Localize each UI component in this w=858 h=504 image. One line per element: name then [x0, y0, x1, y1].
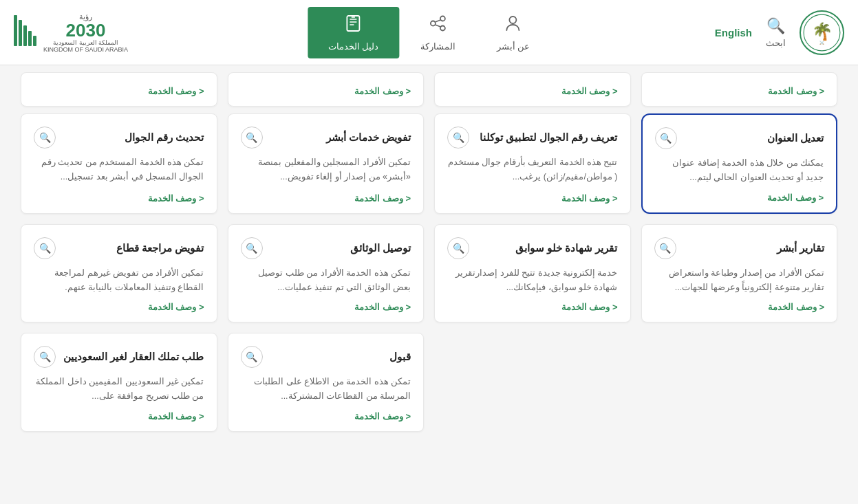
card-delegate-absher-title: تفويض خدمات أبشر [326, 131, 411, 144]
card-edit-address-desc: يمكنك من خلال هذه الخدمة إضافة عنوان جدي… [655, 156, 824, 186]
nav-about[interactable]: عن أبشر [476, 7, 551, 58]
card-no-criminal-desc: خدمة إلكترونية جديدة تتيح للفرد إصدارتقر… [447, 266, 618, 296]
partial-card-3: وصف الخدمة [228, 72, 425, 107]
partial-card-4: وصف الخدمة [21, 72, 217, 107]
card-mobile-reg-desc: تتيح هذه الخدمة التعريف بأرقام جوال مستخ… [447, 155, 618, 185]
card-no-criminal-link[interactable]: وصف الخدمة [447, 302, 618, 312]
card-delegate-sector-desc: تمكين الأفراد من تفويض غيرهم لمراجعة الق… [34, 266, 204, 296]
card-no-criminal: 🔍 تقرير شهادة خلو سوابق خدمة إلكترونية ج… [434, 224, 631, 323]
svg-text:⚔️: ⚔️ [819, 39, 824, 45]
card-update-mobile-header: 🔍 تحديث رقم الجوال [34, 127, 204, 149]
svg-line-8 [435, 25, 440, 27]
svg-point-4 [440, 16, 445, 21]
card-no-criminal-search[interactable]: 🔍 [447, 237, 469, 259]
card-update-mobile-search[interactable]: 🔍 [34, 127, 56, 149]
search-icon: 🔍 [766, 17, 785, 35]
card-mobile-reg-search[interactable]: 🔍 [447, 127, 469, 149]
english-link[interactable]: English [715, 27, 752, 39]
sharing-icon [428, 14, 447, 38]
main-content: وصف الخدمة وصف الخدمة وصف الخدمة وصف الخ… [0, 65, 858, 452]
svg-point-6 [440, 25, 445, 30]
card-acceptance-title: قبول [389, 351, 411, 363]
main-nav: عن أبشر المشاركة [308, 7, 550, 58]
vision-logo-area: رؤية 2030 المملكة العربية السعوديةKINGDO… [14, 12, 128, 53]
card-mobile-reg: 🔍 تعريف رقم الجوال لتطبيق توكلنا تتيح هذ… [434, 113, 631, 214]
saudi-logo: 🌴 ⚔️ [800, 10, 844, 55]
svg-point-5 [431, 21, 436, 25]
card-absher-reports-search[interactable]: 🔍 [654, 237, 676, 259]
card-real-estate-search[interactable]: 🔍 [34, 346, 56, 368]
card-edit-address-title: تعديل العنوان [767, 132, 824, 144]
about-icon [504, 14, 523, 38]
card-absher-reports-header: 🔍 تقارير أبشر [654, 237, 825, 259]
card-update-mobile-desc: تمكن هذه الخدمة المستخدم من تحديث رقم ال… [34, 155, 204, 185]
partial-link-3[interactable]: وصف الخدمة [241, 86, 411, 96]
card-acceptance-header: 🔍 قبول [241, 346, 411, 368]
svg-text:🌴: 🌴 [812, 21, 833, 41]
card-update-mobile: 🔍 تحديث رقم الجوال تمكن هذه الخدمة المست… [21, 113, 217, 214]
card-edit-address-header: 🔍 تعديل العنوان [655, 127, 824, 149]
partial-card-2: وصف الخدمة [434, 72, 631, 107]
card-deliver-docs-title: توصيل الوثائق [350, 242, 411, 254]
card-edit-address-search[interactable]: 🔍 [655, 127, 677, 149]
partial-link-2[interactable]: وصف الخدمة [447, 86, 618, 96]
card-delegate-sector-header: 🔍 تفويض مراجعة قطاع [34, 237, 204, 259]
card-real-estate-link[interactable]: وصف الخدمة [34, 411, 204, 421]
nav-sharing[interactable]: المشاركة [400, 7, 476, 58]
card-absher-reports: 🔍 تقارير أبشر تمكن الأفراد من إصدار وطبا… [641, 224, 838, 323]
vision-year: 2030 [43, 21, 128, 39]
card-delegate-absher: 🔍 تفويض خدمات أبشر تمكين الأفراد المسجلي… [228, 113, 425, 214]
card-delegate-sector-search[interactable]: 🔍 [34, 237, 56, 259]
card-no-criminal-title: تقرير شهادة خلو سوابق [515, 242, 618, 254]
partial-card-1: وصف الخدمة [641, 72, 838, 107]
partial-top-row: وصف الخدمة وصف الخدمة وصف الخدمة وصف الخ… [21, 72, 837, 107]
card-deliver-docs-link[interactable]: وصف الخدمة [241, 302, 411, 312]
services-row-1: 🔍 تعديل العنوان يمكنك من خلال هذه الخدمة… [21, 113, 837, 214]
svg-rect-9 [347, 16, 360, 31]
card-edit-address-link[interactable]: وصف الخدمة [655, 193, 824, 203]
nav-services-label: دليل الخدمات [328, 41, 379, 52]
absher-bars-icon [14, 19, 36, 46]
main-header: 🌴 ⚔️ 🔍 ابحث English عن أبشر [0, 0, 858, 65]
card-absher-reports-link[interactable]: وصف الخدمة [654, 302, 825, 312]
card-delegate-absher-link[interactable]: وصف الخدمة [241, 193, 411, 204]
card-acceptance-desc: تمكن هذه الخدمة من الاطلاع على الطلبات ا… [241, 375, 411, 404]
card-deliver-docs-search[interactable]: 🔍 [241, 237, 263, 259]
svg-line-7 [435, 20, 440, 22]
services-row-3: 🔍 قبول تمكن هذه الخدمة من الاطلاع على ال… [21, 333, 837, 432]
header-right: 🌴 ⚔️ 🔍 ابحث English [715, 10, 844, 55]
card-real-estate: 🔍 طلب تملك العقار لغير السعوديين تمكين غ… [21, 333, 217, 432]
card-acceptance-search[interactable]: 🔍 [241, 346, 263, 368]
card-delegate-sector: 🔍 تفويض مراجعة قطاع تمكين الأفراد من تفو… [21, 224, 217, 323]
card-edit-address: 🔍 تعديل العنوان يمكنك من خلال هذه الخدمة… [641, 113, 838, 214]
vision-country: المملكة العربية السعوديةKINGDOM OF SAUDI… [43, 39, 128, 53]
card-mobile-reg-link[interactable]: وصف الخدمة [447, 193, 618, 204]
card-absher-reports-title: تقارير أبشر [777, 242, 824, 254]
card-delegate-absher-header: 🔍 تفويض خدمات أبشر [241, 127, 411, 149]
card-delegate-sector-title: تفويض مراجعة قطاع [116, 242, 204, 254]
card-real-estate-title: طلب تملك العقار لغير السعوديين [63, 351, 204, 363]
card-update-mobile-title: تحديث رقم الجوال [125, 131, 204, 144]
card-delegate-absher-desc: تمكين الأفراد المسجلين والمفعلين بمنصة «… [241, 155, 411, 185]
search-label: ابحث [766, 38, 786, 48]
nav-services[interactable]: دليل الخدمات [308, 7, 400, 58]
card-acceptance: 🔍 قبول تمكن هذه الخدمة من الاطلاع على ال… [228, 333, 425, 432]
partial-link-1[interactable]: وصف الخدمة [654, 86, 825, 96]
partial-link-4[interactable]: وصف الخدمة [34, 86, 204, 96]
card-deliver-docs-desc: تمكن هذه الخدمة الأفراد من طلب توصيل بعض… [241, 266, 411, 296]
card-acceptance-link[interactable]: وصف الخدمة [241, 411, 411, 421]
card-deliver-docs: 🔍 توصيل الوثائق تمكن هذه الخدمة الأفراد … [228, 224, 425, 323]
card-update-mobile-link[interactable]: وصف الخدمة [34, 193, 204, 204]
svg-point-3 [510, 17, 517, 23]
card-delegate-absher-search[interactable]: 🔍 [241, 127, 263, 149]
card-mobile-reg-title: تعريف رقم الجوال لتطبيق توكلنا [480, 131, 618, 144]
services-icon [344, 14, 363, 38]
nav-about-label: عن أبشر [497, 41, 530, 52]
search-button[interactable]: 🔍 ابحث [766, 17, 786, 48]
card-absher-reports-desc: تمكن الأفراد من إصدار وطباعة واستعراض تق… [654, 266, 825, 296]
card-no-criminal-header: 🔍 تقرير شهادة خلو سوابق [447, 237, 618, 259]
card-real-estate-header: 🔍 طلب تملك العقار لغير السعوديين [34, 346, 204, 368]
services-row-2: 🔍 تقارير أبشر تمكن الأفراد من إصدار وطبا… [21, 224, 837, 323]
card-delegate-sector-link[interactable]: وصف الخدمة [34, 302, 204, 312]
card-real-estate-desc: تمكين غير السعوديين المقيمين داخل المملك… [34, 375, 204, 404]
